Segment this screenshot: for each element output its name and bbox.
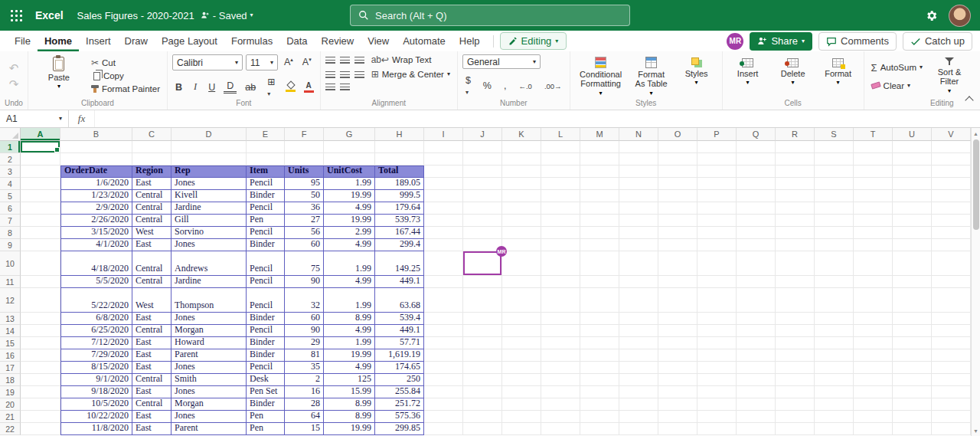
cell-H20[interactable]: 251.72 [375, 398, 424, 411]
cell-G1[interactable] [324, 141, 375, 153]
cell-L18[interactable] [541, 374, 580, 386]
cell-U9[interactable] [893, 239, 932, 251]
cell-H2[interactable] [375, 153, 424, 166]
cell-F19[interactable]: 16 [285, 386, 324, 398]
column-header-C[interactable]: C [132, 128, 172, 141]
column-header-F[interactable]: F [285, 128, 324, 141]
cell-J7[interactable] [463, 215, 502, 227]
comma-format-button[interactable]: , [501, 80, 509, 92]
cell-M17[interactable] [580, 362, 619, 374]
cell-V6[interactable] [932, 202, 971, 215]
search-bar[interactable] [350, 5, 630, 26]
cell-M2[interactable] [580, 153, 619, 166]
cell-J3[interactable] [463, 166, 502, 178]
cell-V2[interactable] [932, 153, 971, 166]
cell-N7[interactable] [619, 215, 658, 227]
cell-R5[interactable] [776, 190, 815, 202]
cell-E15[interactable]: Binder [247, 337, 285, 349]
cell-N5[interactable] [619, 190, 658, 202]
cell-V20[interactable] [932, 398, 971, 411]
cell-I20[interactable] [424, 398, 463, 411]
cell-H17[interactable]: 174.65 [375, 362, 424, 374]
cell-K18[interactable] [502, 374, 541, 386]
cell-A14[interactable] [21, 325, 60, 337]
cell-J16[interactable] [463, 349, 502, 362]
cell-H7[interactable]: 539.73 [375, 215, 424, 227]
cell-G6[interactable]: 4.99 [324, 202, 375, 215]
row-header-8[interactable]: 8 [0, 227, 21, 239]
cell-K14[interactable] [502, 325, 541, 337]
cell-P16[interactable] [697, 349, 737, 362]
cell-A9[interactable] [21, 239, 60, 251]
cell-K9[interactable] [502, 239, 541, 251]
cell-M8[interactable] [580, 227, 619, 239]
cell-P13[interactable] [697, 313, 737, 325]
cell-T14[interactable] [854, 325, 893, 337]
cell-A18[interactable] [21, 374, 60, 386]
cell-S10[interactable] [815, 251, 854, 276]
column-header-L[interactable]: L [541, 128, 580, 141]
tab-draw[interactable]: Draw [118, 31, 155, 51]
cell-U15[interactable] [893, 337, 932, 349]
cell-H13[interactable]: 539.4 [375, 313, 424, 325]
cell-C3[interactable]: Region [132, 166, 172, 178]
cell-K7[interactable] [502, 215, 541, 227]
align-middle-icon[interactable] [340, 57, 350, 64]
row-header-13[interactable]: 13 [0, 313, 21, 325]
cell-S13[interactable] [815, 313, 854, 325]
cell-N4[interactable] [619, 178, 658, 190]
cell-R22[interactable] [776, 423, 815, 435]
cell-O2[interactable] [658, 153, 697, 166]
cell-B6[interactable]: 2/9/2020 [60, 202, 132, 215]
shrink-font-button[interactable]: A▾ [299, 56, 315, 68]
cell-B22[interactable]: 11/8/2020 [60, 423, 132, 435]
cell-K21[interactable] [502, 411, 541, 423]
cell-V5[interactable] [932, 190, 971, 202]
number-format-select[interactable]: General ▾ [462, 54, 541, 69]
cell-V19[interactable] [932, 386, 971, 398]
cell-R16[interactable] [776, 349, 815, 362]
cell-D1[interactable] [172, 141, 247, 153]
redo-button[interactable]: ↷ [9, 78, 19, 90]
cell-A21[interactable] [21, 411, 60, 423]
row-header-5[interactable]: 5 [0, 190, 21, 202]
bold-button[interactable]: B [172, 81, 185, 93]
cell-H5[interactable]: 999.5 [375, 190, 424, 202]
grow-font-button[interactable]: A▴ [281, 56, 296, 68]
cell-U14[interactable] [893, 325, 932, 337]
cell-F11[interactable]: 90 [285, 276, 324, 288]
cell-K12[interactable] [502, 288, 541, 313]
cell-J17[interactable] [463, 362, 502, 374]
cell-B20[interactable]: 10/5/2020 [60, 398, 132, 411]
cell-A11[interactable] [21, 276, 60, 288]
cell-I3[interactable] [424, 166, 463, 178]
cell-U20[interactable] [893, 398, 932, 411]
cell-D2[interactable] [172, 153, 247, 166]
cell-L6[interactable] [541, 202, 580, 215]
cell-V22[interactable] [932, 423, 971, 435]
cell-M3[interactable] [580, 166, 619, 178]
cell-I17[interactable] [424, 362, 463, 374]
cell-C21[interactable]: East [132, 411, 172, 423]
cell-B5[interactable]: 1/23/2020 [60, 190, 132, 202]
cell-H8[interactable]: 167.44 [375, 227, 424, 239]
cell-I12[interactable] [424, 288, 463, 313]
cell-T8[interactable] [854, 227, 893, 239]
font-size-select[interactable]: 11 ▾ [246, 54, 278, 70]
cell-E10[interactable]: Pencil [247, 251, 285, 276]
cell-T15[interactable] [854, 337, 893, 349]
cell-R18[interactable] [776, 374, 815, 386]
currency-format-button[interactable]: $ ▾ [462, 74, 474, 97]
cell-U10[interactable] [893, 251, 932, 276]
cell-B12[interactable]: 5/22/2020 [60, 288, 132, 313]
cell-S8[interactable] [815, 227, 854, 239]
cell-E17[interactable]: Pencil [247, 362, 285, 374]
cell-B11[interactable]: 5/5/2020 [60, 276, 132, 288]
cell-E7[interactable]: Pen [247, 215, 285, 227]
row-header-20[interactable]: 20 [0, 398, 21, 411]
cell-Q13[interactable] [737, 313, 776, 325]
cell-C7[interactable]: Central [132, 215, 172, 227]
cell-D20[interactable]: Morgan [172, 398, 247, 411]
cell-Q14[interactable] [737, 325, 776, 337]
italic-button[interactable]: I [191, 80, 200, 93]
